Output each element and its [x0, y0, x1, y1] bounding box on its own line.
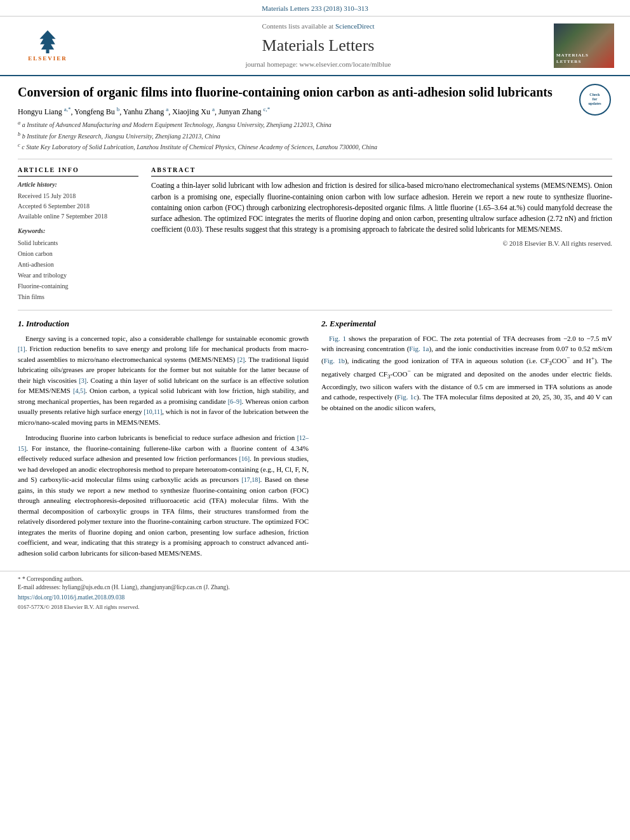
cover-image: materials letters: [554, 23, 614, 68]
copyright-line: © 2018 Elsevier B.V. All rights reserved…: [151, 239, 612, 249]
journal-cover: materials letters: [554, 23, 617, 68]
doi-line: https://doi.org/10.1016/j.matlet.2018.09…: [18, 594, 612, 602]
svg-marker-1: [39, 30, 55, 49]
ref-4-5[interactable]: [4,5]: [73, 387, 85, 394]
article-title: Conversion of organic films into fluorin…: [18, 84, 570, 100]
ref-1[interactable]: [1]: [18, 345, 25, 352]
intro-para-1: Energy saving is a concerned topic, also…: [18, 333, 309, 428]
elsevier-label: ELSEVIER: [28, 55, 67, 63]
intro-column: 1. Introduction Energy saving is a conce…: [18, 318, 309, 563]
experimental-para: Fig. 1 shows the preparation of FOC. The…: [321, 333, 612, 413]
fig1b-link[interactable]: Fig. 1b: [324, 356, 345, 364]
article-dates: Received 15 July 2018 Accepted 6 Septemb…: [18, 191, 138, 222]
affiliation-a: a a Institute of Advanced Manufacturing …: [18, 119, 570, 130]
author-hongyu: Hongyu Liang a,*,: [18, 107, 72, 116]
sciencedirect-link[interactable]: ScienceDirect: [335, 22, 375, 30]
history-label: Article history:: [18, 180, 138, 189]
footer-emails: E-mail addresses: hyliang@ujs.edu.cn (H.…: [18, 583, 612, 592]
email-text: E-mail addresses: hyliang@ujs.edu.cn (H.…: [18, 584, 230, 590]
check-updates-area: Checkforupdates: [577, 84, 612, 116]
abstract-column: ABSTRACT Coating a thin-layer solid lubr…: [151, 166, 612, 302]
issn-line: 0167-577X/© 2018 Elsevier B.V. All right…: [18, 603, 612, 611]
received-date: Received 15 July 2018: [18, 191, 138, 201]
check-updates-badge: Checkforupdates: [579, 84, 611, 116]
intro-heading: 1. Introduction: [18, 318, 309, 330]
accepted-date: Accepted 6 September 2018: [18, 201, 138, 211]
affiliation-b: b b Institute for Energy Research, Jiang…: [18, 131, 570, 141]
article-title-text: Conversion of organic films into fluorin…: [18, 84, 570, 153]
ref-2[interactable]: [2]: [238, 356, 245, 363]
keyword-4: Wear and tribology: [18, 270, 138, 281]
journal-ref-text: Materials Letters 233 (2018) 310–313: [262, 4, 368, 12]
abstract-label: ABSTRACT: [151, 166, 612, 177]
sciencedirect-line: Contents lists available at ScienceDirec…: [83, 22, 554, 31]
article-content: Conversion of organic films into fluorin…: [0, 76, 630, 571]
migrated-text: migrated: [436, 370, 461, 378]
corresponding-text: * Corresponding authors.: [22, 576, 83, 582]
svg-rect-0: [46, 50, 49, 53]
affiliation-c: c c State Key Laboratory of Solid Lubric…: [18, 142, 570, 152]
ref-10-11[interactable]: [10,11]: [144, 408, 162, 415]
keyword-5: Fluorine-containing: [18, 281, 138, 291]
ref-3[interactable]: [3]: [79, 377, 86, 384]
publisher-logo-area: ELSEVIER: [13, 28, 83, 63]
ref-6-9[interactable]: [6–9]: [228, 398, 242, 405]
available-date: Available online 7 September 2018: [18, 211, 138, 222]
elsevier-logo: ELSEVIER: [19, 28, 76, 63]
article-authors: Hongyu Liang a,*, Yongfeng Bu b, Yanhu Z…: [18, 105, 570, 117]
cover-label: materials letters: [556, 53, 612, 65]
footer-corresponding: * * Corresponding authors.: [18, 575, 612, 583]
author-yanhu: Yanhu Zhang a,: [123, 107, 170, 116]
journal-title: Materials Letters: [83, 34, 554, 57]
journal-header: ELSEVIER Contents lists available at Sci…: [0, 17, 630, 76]
experimental-heading: 2. Experimental: [321, 318, 612, 330]
author-yongfeng: Yongfeng Bu b,: [74, 107, 121, 116]
article-info-label: ARTICLE INFO: [18, 166, 138, 177]
article-title-section: Conversion of organic films into fluorin…: [18, 84, 612, 160]
doi-link[interactable]: https://doi.org/10.1016/j.matlet.2018.09…: [18, 594, 124, 601]
ref-12-15[interactable]: [12–15]: [18, 434, 309, 452]
author-xiaojing: Xiaojing Xu a,: [172, 107, 217, 116]
keywords-list: Solid lubricants Onion carbon Anti-adhes…: [18, 237, 138, 302]
article-info-column: ARTICLE INFO Article history: Received 1…: [18, 166, 138, 302]
check-updates-label: Checkforupdates: [588, 93, 601, 107]
ref-16[interactable]: [16]: [239, 455, 250, 462]
keyword-6: Thin films: [18, 291, 138, 302]
body-section: 1. Introduction Energy saving is a conce…: [18, 318, 612, 563]
keyword-3: Anti-adhesion: [18, 259, 138, 270]
author-junyan: Junyan Zhang c,*: [218, 107, 270, 116]
affiliations: a a Institute of Advanced Manufacturing …: [18, 119, 570, 152]
elsevier-tree-icon: [29, 29, 67, 53]
ref-17-18[interactable]: [17,18]: [241, 476, 260, 483]
journal-reference: Materials Letters 233 (2018) 310–313: [0, 0, 630, 17]
experimental-column: 2. Experimental Fig. 1 shows the prepara…: [321, 318, 612, 563]
article-footer: * * Corresponding authors. E-mail addres…: [0, 571, 630, 615]
homepage-text: journal homepage: www.elsevier.com/locat…: [246, 60, 391, 68]
sciencedirect-prefix: Contents lists available at: [262, 22, 333, 30]
fig1a-link[interactable]: Fig. 1a: [409, 345, 429, 352]
fig1-link[interactable]: Fig. 1: [329, 335, 346, 342]
keywords-label: Keywords:: [18, 227, 138, 236]
keyword-1: Solid lubricants: [18, 237, 138, 248]
intro-para-2: Introducing fluorine into carbon lubrica…: [18, 432, 309, 558]
abstract-text: Coating a thin-layer solid lubricant wit…: [151, 180, 612, 235]
journal-header-center: Contents lists available at ScienceDirec…: [83, 22, 554, 69]
article-info-abstract-section: ARTICLE INFO Article history: Received 1…: [18, 166, 612, 310]
fig1c-link[interactable]: Fig. 1c: [397, 393, 417, 401]
journal-homepage: journal homepage: www.elsevier.com/locat…: [83, 60, 554, 69]
keyword-2: Onion carbon: [18, 248, 138, 259]
